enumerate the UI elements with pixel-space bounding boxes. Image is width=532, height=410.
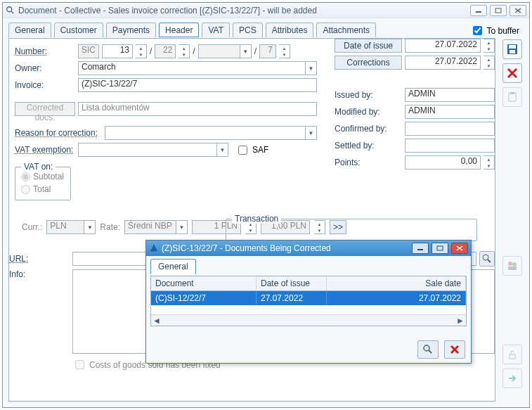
window-title: Document - Collective - Sales invoice co…	[18, 6, 317, 15]
tab-payments[interactable]: Payments	[106, 23, 156, 37]
number-main-spinner[interactable]: ▲▼	[136, 44, 147, 58]
url-label: URL:	[9, 254, 70, 264]
points-spin[interactable]: ▲▼	[484, 155, 495, 169]
number-seg3	[198, 44, 240, 58]
col-document[interactable]: Document	[151, 276, 257, 290]
sub-minimize-button[interactable]	[412, 243, 429, 254]
reason-label: Reason for correction:	[15, 128, 102, 138]
transaction-legend: Transaction	[232, 214, 281, 224]
sub-body: General Document Date of issue Sale date…	[146, 256, 471, 363]
sub-titlebar: (Z)SIC-13/22/7 - Documents Being Correct…	[146, 241, 471, 256]
to-buffer-input[interactable]	[473, 26, 482, 35]
tab-customer[interactable]: Customer	[54, 23, 103, 37]
unlock-icon	[502, 345, 522, 364]
points-field[interactable]: 0,00	[405, 155, 481, 169]
url-browse-button[interactable]	[479, 251, 495, 267]
info-label: Info:	[9, 269, 70, 279]
owner-field[interactable]: Comarch	[78, 61, 306, 75]
corrected-docs-button[interactable]: Corrected docs.	[15, 102, 75, 116]
sub-delete-button[interactable]	[444, 340, 465, 359]
svg-point-13	[508, 262, 512, 266]
svg-rect-20	[437, 246, 443, 250]
to-buffer-label: To buffer	[487, 26, 519, 36]
rate-label: Rate:	[100, 222, 120, 232]
sub-search-button[interactable]	[417, 340, 439, 359]
col-date[interactable]: Date of issue	[257, 276, 327, 290]
sub-window: (Z)SIC-13/22/7 - Documents Being Correct…	[145, 240, 472, 364]
settled-by-label: Settled by:	[335, 141, 402, 150]
table-row[interactable]: (C)SI-12/22/7 27.07.2022 27.07.2022	[151, 291, 466, 305]
svg-line-1	[11, 11, 14, 13]
vat-exemption-drop[interactable]: ▼	[217, 143, 228, 157]
delete-icon[interactable]	[502, 63, 522, 83]
svg-rect-3	[495, 8, 501, 13]
sub-tab-general[interactable]: General	[150, 259, 196, 274]
number-prefix: SIC	[78, 44, 99, 58]
owner-label: Owner:	[15, 63, 75, 73]
date-of-issue-button[interactable]: Date of issue	[335, 39, 402, 53]
number-seg4: 7	[259, 44, 276, 58]
points-label: Points:	[335, 158, 402, 167]
svg-rect-16	[510, 354, 515, 359]
modified-by-label: Modified by:	[335, 107, 402, 117]
tab-header[interactable]: Header	[159, 23, 199, 37]
magnifier-icon	[6, 6, 15, 15]
sidebar	[500, 39, 525, 388]
right-column: Date of issue 27.07.2022 ▲▼ Corrections …	[335, 39, 495, 172]
tab-general[interactable]: General	[8, 23, 51, 37]
curr-drop[interactable]: ▼	[84, 220, 96, 234]
tab-pcs[interactable]: PCS	[233, 23, 263, 37]
minimize-button[interactable]	[470, 5, 487, 16]
settled-by-field	[405, 139, 495, 153]
saf-checkbox[interactable]: SAF	[235, 143, 268, 157]
number-main[interactable]: 13	[102, 44, 133, 58]
arrow-right-icon	[502, 369, 522, 388]
number-seg4-spinner[interactable]: ▲▼	[279, 44, 290, 58]
vat-exemption-label: VAT exemption:	[15, 145, 75, 155]
to-buffer-checkbox[interactable]: To buffer	[470, 24, 524, 37]
issued-by-label: Issued by:	[335, 90, 402, 100]
tab-attachments[interactable]: Attachments	[316, 23, 376, 37]
sub-close-button[interactable]	[451, 243, 468, 254]
svg-rect-12	[510, 92, 514, 94]
number-label: Number:	[15, 46, 75, 56]
curr-label: Curr.:	[22, 222, 42, 232]
corrections-spin[interactable]: ▲▼	[484, 56, 495, 70]
tabstrip: General Customer Payments Header VAT PCS…	[3, 18, 529, 37]
svg-point-0	[7, 6, 12, 11]
reason-field[interactable]	[105, 126, 306, 140]
grid-header: Document Date of issue Sale date	[151, 276, 466, 291]
reason-drop[interactable]: ▼	[306, 126, 317, 140]
save-icon[interactable]	[502, 39, 522, 59]
corrections-button[interactable]: Corrections	[335, 56, 402, 70]
number-seg3-drop[interactable]: ▼	[240, 44, 252, 58]
corrections-field[interactable]: 27.07.2022	[405, 56, 481, 70]
tab-vat[interactable]: VAT	[202, 23, 230, 37]
confirmed-by-label: Confirmed by:	[335, 124, 402, 134]
close-button[interactable]	[510, 5, 526, 16]
number-seg2: 22	[155, 44, 176, 58]
vat-subtotal-radio[interactable]: Subtotal	[21, 172, 65, 181]
tab-attributes[interactable]: Attributes	[266, 23, 314, 37]
sub-grid: Document Date of issue Sale date (C)SI-1…	[150, 276, 467, 326]
invoice-label: Invoice:	[15, 80, 75, 90]
cell-date: 27.07.2022	[257, 291, 327, 305]
maximize-button[interactable]	[490, 5, 507, 16]
col-sale[interactable]: Sale date	[327, 276, 466, 290]
owner-drop[interactable]: ▼	[306, 61, 317, 75]
rate-type-drop[interactable]: ▼	[176, 220, 188, 234]
date-of-issue-spin[interactable]: ▲▼	[484, 39, 495, 53]
issued-by-field: ADMIN	[405, 88, 495, 102]
cell-doc: (C)SI-12/22/7	[151, 291, 257, 305]
sub-maximize-button[interactable]	[432, 243, 448, 254]
svg-rect-8	[510, 50, 515, 53]
grid-scrollbar[interactable]: ◄►	[151, 314, 466, 326]
vat-exemption-field[interactable]	[78, 143, 217, 157]
corrected-docs-field[interactable]: Lista dokumentów	[78, 102, 317, 116]
svg-line-24	[429, 350, 432, 353]
vat-total-radio[interactable]: Total	[21, 184, 65, 194]
titlebar: Document - Collective - Sales invoice co…	[3, 3, 529, 18]
invoice-field[interactable]: (Z)SIC-13/22/7	[78, 78, 317, 92]
number-seg2-spinner[interactable]: ▲▼	[179, 44, 190, 58]
date-of-issue-field[interactable]: 27.07.2022	[405, 39, 481, 53]
